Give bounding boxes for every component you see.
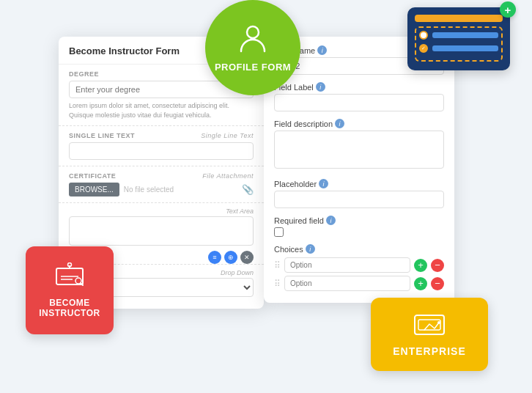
certificate-section: CERTIFICATE File Attachment BROWSE... No… [59, 166, 264, 203]
choice-remove-btn-2[interactable]: − [431, 277, 444, 290]
required-field-row: Required field i [274, 216, 444, 237]
single-line-label: SINGLE LINE TEXT Single Line Text [69, 132, 254, 139]
choices-info-icon: i [306, 244, 315, 254]
placeholder-input[interactable] [274, 191, 444, 208]
profile-form-label: PROFILE FORM [215, 62, 291, 73]
field-description-input[interactable] [274, 131, 444, 169]
blue-card: + ✓ [407, 7, 510, 70]
choice-add-btn-1[interactable]: + [414, 259, 427, 272]
required-checkbox[interactable] [274, 227, 284, 237]
svg-point-3 [68, 262, 72, 266]
become-instructor-label-1: BECOME [49, 298, 90, 308]
field-desc-info-icon: i [335, 119, 344, 128]
paperclip-icon: 📎 [242, 184, 254, 195]
field-description-label: Field description i [274, 119, 444, 128]
drag-handle-2[interactable]: ⠿ [274, 279, 281, 289]
profile-form-icon [237, 22, 269, 59]
choices-label: Choices i [274, 244, 444, 254]
choice-input-2[interactable] [284, 276, 410, 291]
bar-blue-1 [432, 32, 498, 38]
certificate-label: CERTIFICATE File Attachment [69, 172, 254, 180]
form-panel-title: Become Instructor Form [69, 45, 180, 56]
toolbar-btn-2[interactable]: ⊕ [224, 251, 237, 264]
bar-blue-2 [432, 45, 498, 51]
check-dot: ✓ [419, 44, 428, 53]
toolbar-btn-3[interactable]: ✕ [240, 251, 254, 264]
no-file-text: No file selected [124, 186, 174, 194]
add-icon[interactable]: + [500, 1, 516, 18]
field-name-info-icon: i [317, 45, 327, 55]
radio-dot [419, 31, 428, 40]
choice-remove-btn-1[interactable]: − [431, 259, 444, 272]
drag-handle-1[interactable]: ⠿ [274, 260, 281, 271]
field-label-label: Field Label i [274, 82, 444, 92]
blue-card-row-1 [415, 15, 503, 22]
choices-row: Choices i ⠿ + − ⠿ + − [274, 244, 444, 291]
right-panel: Field Name i Field Label i Field descrip… [264, 37, 454, 303]
field-description-row: Field description i [274, 119, 444, 172]
bar-orange [415, 15, 503, 22]
enterprise-badge: ENTERPRISE [371, 298, 488, 371]
required-info-icon: i [326, 216, 336, 225]
degree-helper-text: Lorem ipsum dolor sit amet, consectetur … [69, 101, 254, 120]
required-checkbox-row [274, 227, 444, 237]
become-instructor-icon [55, 262, 84, 295]
placeholder-label: Placeholder i [274, 179, 444, 188]
textarea-input[interactable] [69, 216, 254, 246]
choice-item-2: ⠿ + − [274, 276, 444, 291]
become-instructor-label-2: INSTRUCTOR [39, 308, 100, 318]
placeholder-info-icon: i [319, 179, 328, 188]
enterprise-label: ENTERPRISE [393, 345, 465, 357]
become-instructor-badge: BECOME INSTRUCTOR [26, 246, 114, 334]
choice-item-1: ⠿ + − [274, 257, 444, 273]
placeholder-row: Placeholder i [274, 179, 444, 208]
blue-card-row-2 [419, 31, 498, 40]
enterprise-icon [413, 312, 446, 342]
profile-form-badge: PROFILE FORM [205, 0, 300, 95]
field-label-input[interactable] [274, 94, 444, 111]
browse-row: BROWSE... No file selected 📎 [69, 183, 254, 196]
blue-card-dashed-box: ✓ [415, 26, 503, 62]
svg-point-10 [437, 321, 440, 324]
single-line-section: SINGLE LINE TEXT Single Line Text [59, 126, 264, 166]
toolbar-btn-1[interactable]: ≡ [208, 251, 221, 264]
choice-input-1[interactable] [284, 257, 410, 273]
single-line-input[interactable] [69, 142, 254, 160]
browse-button[interactable]: BROWSE... [69, 183, 119, 196]
textarea-type-label: Text Area [69, 207, 254, 215]
field-label-row: Field Label i [274, 82, 444, 111]
blue-card-row-3: ✓ [419, 44, 498, 53]
svg-point-0 [247, 26, 259, 38]
field-label-info-icon: i [316, 82, 325, 92]
choice-add-btn-2[interactable]: + [414, 277, 427, 290]
required-field-label: Required field i [274, 216, 444, 225]
